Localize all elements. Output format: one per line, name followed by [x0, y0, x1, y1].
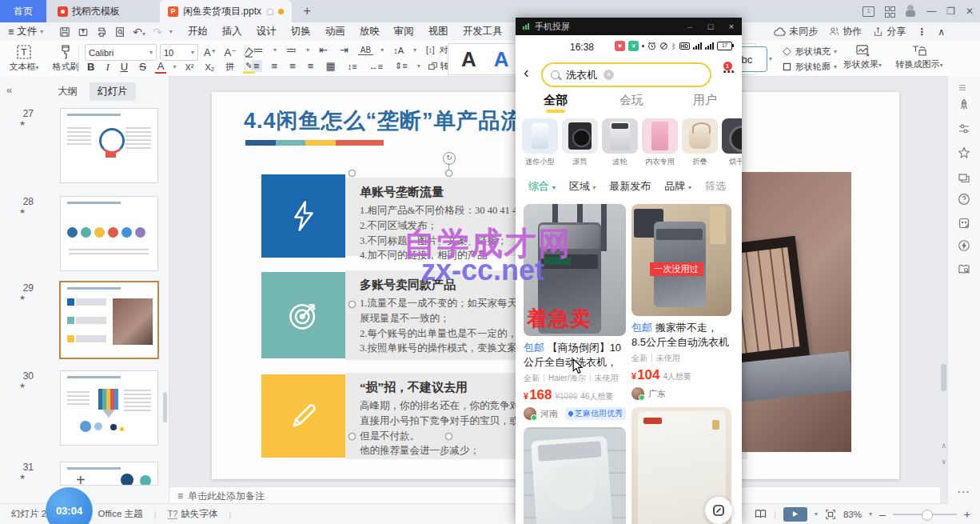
menu-animation[interactable]: 动画: [318, 25, 353, 38]
tab-document[interactable]: P 闲鱼卖货项目.pptx ▢: [160, 0, 292, 22]
slide-thumbnail-27[interactable]: [60, 108, 158, 183]
scroll-down-icon[interactable]: ∨: [941, 458, 946, 466]
missing-font-button[interactable]: T? 缺失字体: [168, 508, 218, 520]
rail-more-icon[interactable]: ⋯: [957, 484, 970, 499]
tab-all[interactable]: 全部: [544, 93, 568, 108]
numbered-list-icon[interactable]: ≕: [284, 44, 299, 56]
menu-start[interactable]: 开始: [181, 25, 215, 38]
redo-icon[interactable]: ↷: [153, 26, 162, 38]
menu-view[interactable]: 视图: [421, 25, 456, 38]
back-icon[interactable]: ‹: [524, 63, 529, 82]
smart-features-star-icon[interactable]: [958, 146, 970, 159]
resize-handle[interactable]: [349, 433, 356, 440]
bold-icon[interactable]: B: [85, 61, 97, 73]
category-drum[interactable]: 滚筒: [562, 118, 598, 170]
seller-avatar[interactable]: [631, 387, 644, 400]
shape-style-more-icon[interactable]: ▾: [769, 55, 772, 62]
category-mini[interactable]: 迷你小型: [522, 118, 558, 170]
zoom-slider[interactable]: [893, 514, 957, 515]
filter-brand[interactable]: 品牌 ▾: [664, 179, 691, 194]
phone-close-button[interactable]: ×: [721, 22, 742, 31]
distribute-icon[interactable]: ▦: [323, 60, 337, 72]
share-button[interactable]: 分享: [873, 25, 906, 38]
zoom-options-icon[interactable]: ▾: [869, 510, 872, 518]
tab-docer[interactable]: 找稻壳模板: [46, 0, 131, 22]
align-left-icon[interactable]: ≡: [251, 60, 262, 72]
italic-icon[interactable]: I: [103, 61, 111, 74]
style-preset-blue[interactable]: A: [494, 47, 509, 72]
product-card-2[interactable]: 一次没用过 包邮 搬家带不走，8.5公斤全自动洗衣机全新未拆 全新未使用 ¥10…: [631, 204, 731, 400]
assistant-mascot-icon[interactable]: [905, 5, 916, 18]
more-options-icon[interactable]: ⋮: [917, 26, 926, 38]
help-icon[interactable]: [958, 193, 970, 206]
collapse-ribbon-icon[interactable]: ∧: [938, 26, 945, 38]
font-family-select[interactable]: Calibri▾: [85, 44, 157, 61]
slide-thumbnail-30[interactable]: [60, 370, 158, 446]
more-menu-icon[interactable]: ⋯1: [723, 65, 735, 79]
decrease-indent-icon[interactable]: ⇤: [317, 44, 330, 56]
style-preset-dark[interactable]: A: [461, 47, 476, 72]
product-card-3[interactable]: [524, 427, 626, 524]
font-size-select[interactable]: 10▾: [160, 44, 198, 61]
canvas-scrollbar[interactable]: [941, 364, 946, 391]
filter-comprehensive[interactable]: 综合 ▾: [528, 179, 556, 194]
increase-indent-icon[interactable]: ⇥: [337, 44, 351, 56]
superscript-icon[interactable]: X²: [182, 62, 196, 72]
play-options-icon[interactable]: ▾: [815, 510, 818, 518]
slide-title[interactable]: 4.4闲鱼怎么“垄断”单产品流量: [244, 106, 546, 135]
menu-review[interactable]: 审阅: [387, 25, 421, 38]
resize-handle[interactable]: [349, 301, 356, 308]
scroll-up-icon[interactable]: ∧: [941, 442, 946, 450]
line-spacing-up-icon[interactable]: ↕≡: [345, 62, 360, 71]
block1-icon-square[interactable]: [261, 174, 345, 258]
align-center-icon[interactable]: ≡: [269, 60, 281, 72]
rotate-handle[interactable]: ↻: [443, 152, 456, 165]
menu-slideshow[interactable]: 放映: [353, 25, 387, 38]
phone-maximize-button[interactable]: □: [700, 22, 721, 31]
resize-handle[interactable]: [349, 170, 356, 177]
minimize-button[interactable]: —: [926, 6, 936, 17]
menu-design[interactable]: 设计: [249, 25, 284, 38]
resize-handle[interactable]: [445, 170, 452, 177]
chat-float-button[interactable]: [705, 497, 732, 524]
sidebar-scrollbar[interactable]: [163, 392, 167, 422]
phone-window-titlebar[interactable]: 手机投屏 – □ ×: [516, 18, 742, 35]
new-tab-button[interactable]: +: [303, 4, 310, 18]
tab-outline[interactable]: 大纲: [50, 82, 86, 101]
insert-textbox-button[interactable]: 文本框▾: [3, 42, 45, 73]
block2-icon-square[interactable]: [261, 272, 345, 358]
print-icon[interactable]: [96, 26, 107, 38]
block3-icon-square[interactable]: [261, 374, 345, 458]
save-icon[interactable]: [59, 26, 70, 38]
slide-thumbnail-31[interactable]: [60, 462, 158, 486]
resize-handle[interactable]: [445, 433, 452, 440]
justify-icon[interactable]: ≡: [305, 60, 317, 72]
filter-filter[interactable]: 筛选: [705, 179, 726, 194]
fit-slide-icon[interactable]: [825, 509, 836, 520]
line-spacing-icon[interactable]: ⇕≡: [392, 61, 410, 71]
product-card-1[interactable]: 着急卖 包邮 【商场倒闭】10公斤全自动洗衣机，送货上 全新Haier/海尔未使…: [524, 204, 626, 420]
increase-font-icon[interactable]: A⁺: [201, 46, 219, 58]
category-dryer[interactable]: 烘干机: [722, 118, 742, 170]
tab-huiwan[interactable]: 会玩: [619, 93, 643, 108]
strikethrough-icon[interactable]: S: [137, 61, 149, 73]
shape-fill-button[interactable]: 形状填充▾: [782, 46, 837, 58]
paragraph-spacing-icon[interactable]: ↔≡: [367, 62, 385, 71]
underline-icon[interactable]: U: [118, 61, 130, 73]
zoom-percentage[interactable]: 83%: [843, 510, 862, 519]
menu-insert[interactable]: 插入: [215, 25, 249, 38]
reading-view-icon[interactable]: [755, 509, 767, 519]
sort-text-icon[interactable]: ↕A: [391, 46, 406, 55]
file-menu-button[interactable]: ≡ 文件 ▾: [0, 25, 51, 38]
filter-newest[interactable]: 最新发布: [609, 179, 651, 194]
collaborate-button[interactable]: 协作: [829, 25, 862, 38]
category-underwear[interactable]: 内衣专用: [642, 118, 678, 170]
clear-search-icon[interactable]: ×: [604, 70, 614, 80]
export-icon[interactable]: [78, 26, 89, 38]
align-right-icon[interactable]: ≡: [287, 60, 298, 72]
zoom-slider-handle[interactable]: [922, 510, 933, 521]
filter-region[interactable]: 区域 ▾: [569, 179, 596, 194]
undo-icon[interactable]: ↶▾: [133, 26, 145, 38]
print-preview-icon[interactable]: [114, 26, 125, 38]
tab-home[interactable]: 首页: [0, 0, 46, 22]
